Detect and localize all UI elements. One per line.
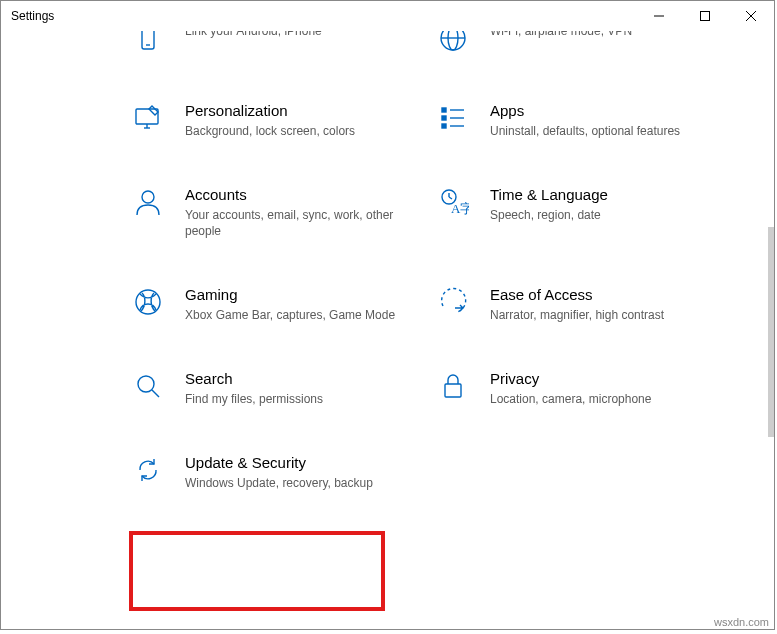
tile-desc: Your accounts, email, sync, work, other …	[185, 207, 406, 239]
tile-title: Apps	[490, 101, 711, 121]
tile-title: Ease of Access	[490, 285, 711, 305]
tile-desc: Wi-Fi, airplane mode, VPN	[490, 31, 711, 39]
tile-title: Time & Language	[490, 185, 711, 205]
svg-rect-4	[142, 31, 154, 49]
svg-point-6	[441, 31, 465, 50]
tile-privacy[interactable]: Privacy Location, camera, microphone	[436, 369, 711, 407]
phone-icon	[131, 31, 165, 55]
tile-time-language[interactable]: A字 Time & Language Speech, region, date	[436, 185, 711, 239]
tile-desc: Speech, region, date	[490, 207, 711, 223]
tile-ease-of-access[interactable]: Ease of Access Narrator, magnifier, high…	[436, 285, 711, 323]
close-button[interactable]	[728, 1, 774, 31]
settings-grid: Link your Android, iPhone Wi-Fi, airplan…	[1, 31, 769, 491]
personalization-icon	[131, 101, 165, 135]
tile-desc: Xbox Game Bar, captures, Game Mode	[185, 307, 406, 323]
svg-rect-12	[442, 108, 446, 112]
svg-rect-13	[442, 116, 446, 120]
svg-rect-14	[442, 124, 446, 128]
minimize-button[interactable]	[636, 1, 682, 31]
svg-point-7	[448, 31, 458, 50]
tile-title: Privacy	[490, 369, 711, 389]
svg-line-21	[449, 197, 452, 199]
tile-desc: Uninstall, defaults, optional features	[490, 123, 711, 139]
svg-rect-9	[136, 109, 158, 124]
apps-icon	[436, 101, 470, 135]
tile-desc: Background, lock screen, colors	[185, 123, 406, 139]
highlight-box	[129, 531, 385, 611]
tile-desc: Narrator, magnifier, high contrast	[490, 307, 711, 323]
tile-desc: Link your Android, iPhone	[185, 31, 406, 39]
svg-text:A字: A字	[451, 201, 469, 216]
svg-rect-26	[445, 384, 461, 397]
person-icon	[131, 185, 165, 219]
svg-point-24	[138, 376, 154, 392]
svg-rect-1	[701, 12, 710, 21]
tile-title: Update & Security	[185, 453, 406, 473]
time-language-icon: A字	[436, 185, 470, 219]
lock-icon	[436, 369, 470, 403]
maximize-icon	[700, 11, 710, 21]
tile-desc: Location, camera, microphone	[490, 391, 711, 407]
tile-accounts[interactable]: Accounts Your accounts, email, sync, wor…	[131, 185, 406, 239]
svg-point-18	[142, 191, 154, 203]
minimize-icon	[654, 11, 664, 21]
update-icon	[131, 453, 165, 487]
svg-line-25	[152, 390, 159, 397]
xbox-icon	[131, 285, 165, 319]
content-area: Link your Android, iPhone Wi-Fi, airplan…	[1, 31, 774, 629]
globe-icon	[436, 31, 470, 55]
tile-apps[interactable]: Apps Uninstall, defaults, optional featu…	[436, 101, 711, 139]
tile-personalization[interactable]: Personalization Background, lock screen,…	[131, 101, 406, 139]
svg-point-23	[136, 290, 160, 314]
tile-update-security[interactable]: Update & Security Windows Update, recove…	[131, 453, 406, 491]
tile-gaming[interactable]: Gaming Xbox Game Bar, captures, Game Mod…	[131, 285, 406, 323]
tile-desc: Windows Update, recovery, backup	[185, 475, 406, 491]
tile-network[interactable]: Wi-Fi, airplane mode, VPN	[436, 31, 711, 55]
tile-title: Gaming	[185, 285, 406, 305]
caption-buttons	[636, 1, 774, 31]
search-icon	[131, 369, 165, 403]
scrollbar-thumb[interactable]	[768, 227, 774, 437]
tile-desc: Find my files, permissions	[185, 391, 406, 407]
window-title: Settings	[11, 9, 636, 23]
ease-of-access-icon	[436, 285, 470, 319]
watermark: wsxdn.com	[714, 616, 769, 628]
tile-title: Personalization	[185, 101, 406, 121]
titlebar: Settings	[1, 1, 774, 31]
close-icon	[746, 11, 756, 21]
settings-window: Settings Link your Android, iP	[0, 0, 775, 630]
tile-title: Accounts	[185, 185, 406, 205]
tile-title: Search	[185, 369, 406, 389]
maximize-button[interactable]	[682, 1, 728, 31]
tile-phone[interactable]: Link your Android, iPhone	[131, 31, 406, 55]
tile-search[interactable]: Search Find my files, permissions	[131, 369, 406, 407]
